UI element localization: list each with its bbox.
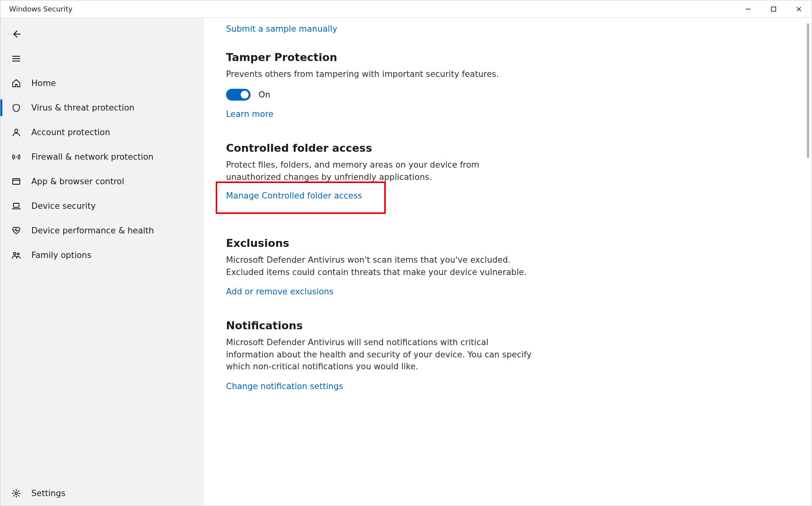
hamburger-icon — [11, 54, 22, 63]
tamper-protection-section: Tamper Protection Prevents others from t… — [226, 51, 559, 119]
main-content: Submit a sample manually Tamper Protecti… — [204, 18, 812, 506]
controlled-folder-access-section: Controlled folder access Protect files, … — [226, 142, 559, 214]
svg-point-2 — [15, 156, 17, 157]
maximize-icon — [771, 6, 776, 12]
notifications-heading: Notifications — [226, 319, 559, 332]
back-button[interactable] — [0, 22, 204, 46]
tamper-protection-heading: Tamper Protection — [226, 51, 559, 63]
manage-cfa-link[interactable]: Manage Controlled folder access — [226, 191, 362, 200]
person-icon — [11, 128, 22, 137]
minimize-icon — [745, 6, 751, 12]
annotation-highlight: Manage Controlled folder access — [216, 181, 386, 214]
toggle-knob — [241, 91, 249, 99]
sidebar-item-account-protection[interactable]: Account protection — [0, 120, 204, 145]
svg-rect-3 — [13, 179, 20, 184]
close-button[interactable] — [786, 0, 812, 18]
shield-icon — [11, 103, 22, 113]
notifications-desc: Microsoft Defender Antivirus will send n… — [226, 336, 535, 372]
sidebar-item-virus-threat-protection[interactable]: Virus & threat protection — [0, 95, 204, 120]
svg-point-5 — [13, 252, 16, 255]
heart-pulse-icon — [11, 226, 22, 235]
sidebar-item-firewall-network[interactable]: Firewall & network protection — [0, 145, 204, 169]
sidebar-item-app-browser-control[interactable]: App & browser control — [0, 169, 204, 194]
sidebar-item-label: App & browser control — [31, 177, 124, 186]
selection-indicator — [0, 99, 2, 116]
cfa-heading: Controlled folder access — [226, 142, 559, 154]
change-notification-settings-link[interactable]: Change notification settings — [226, 382, 343, 391]
exclusions-desc: Microsoft Defender Antivirus won't scan … — [226, 254, 527, 278]
sidebar-item-label: Firewall & network protection — [31, 152, 153, 162]
app-window-icon — [11, 177, 22, 186]
window-controls — [735, 0, 812, 18]
tamper-protection-toggle-state: On — [259, 90, 270, 99]
antenna-icon — [11, 152, 22, 162]
sidebar-item-label: Settings — [31, 489, 65, 498]
sidebar-item-label: Virus & threat protection — [31, 103, 134, 113]
exclusions-section: Exclusions Microsoft Defender Antivirus … — [226, 237, 559, 296]
window-title: Windows Security — [0, 5, 73, 13]
notifications-section: Notifications Microsoft Defender Antivir… — [226, 319, 559, 391]
sidebar-item-device-security[interactable]: Device security — [0, 194, 204, 218]
close-icon — [796, 6, 802, 12]
hamburger-button[interactable] — [0, 46, 204, 71]
svg-rect-0 — [772, 7, 776, 11]
svg-point-7 — [15, 492, 17, 495]
app-window: Windows Security — [0, 0, 812, 506]
svg-point-1 — [15, 129, 18, 132]
tamper-protection-toggle-row: On — [226, 89, 559, 101]
sidebar-item-label: Family options — [31, 250, 92, 260]
laptop-icon — [11, 201, 22, 211]
home-icon — [11, 78, 22, 88]
minimize-button[interactable] — [735, 0, 761, 18]
family-icon — [11, 250, 22, 260]
svg-point-6 — [17, 253, 19, 255]
sidebar-item-label: Account protection — [31, 128, 110, 137]
cfa-desc: Protect files, folders, and memory areas… — [226, 159, 535, 183]
sidebar-item-home[interactable]: Home — [0, 71, 204, 95]
add-remove-exclusions-link[interactable]: Add or remove exclusions — [226, 287, 333, 296]
app-body: Home Virus & threat protection Account p… — [0, 18, 812, 506]
tamper-protection-toggle[interactable] — [226, 89, 251, 101]
sidebar-item-family-options[interactable]: Family options — [0, 243, 204, 267]
tamper-protection-desc: Prevents others from tampering with impo… — [226, 68, 559, 80]
title-bar: Windows Security — [0, 0, 812, 18]
sidebar: Home Virus & threat protection Account p… — [0, 18, 204, 506]
sidebar-item-label: Device security — [31, 201, 96, 211]
sidebar-item-label: Device performance & health — [31, 226, 154, 235]
back-arrow-icon — [11, 29, 22, 39]
sidebar-spacer — [0, 267, 204, 481]
maximize-button[interactable] — [761, 0, 786, 18]
tamper-learn-more-link[interactable]: Learn more — [226, 109, 274, 119]
submit-sample-link[interactable]: Submit a sample manually — [226, 24, 337, 34]
sidebar-item-label: Home — [31, 78, 56, 88]
vertical-scrollbar[interactable] — [807, 23, 809, 158]
sidebar-item-settings[interactable]: Settings — [0, 481, 204, 506]
content-column: Submit a sample manually Tamper Protecti… — [226, 18, 559, 391]
exclusions-heading: Exclusions — [226, 237, 559, 249]
gear-icon — [11, 489, 22, 498]
sidebar-item-device-performance-health[interactable]: Device performance & health — [0, 218, 204, 243]
svg-rect-4 — [13, 203, 19, 207]
